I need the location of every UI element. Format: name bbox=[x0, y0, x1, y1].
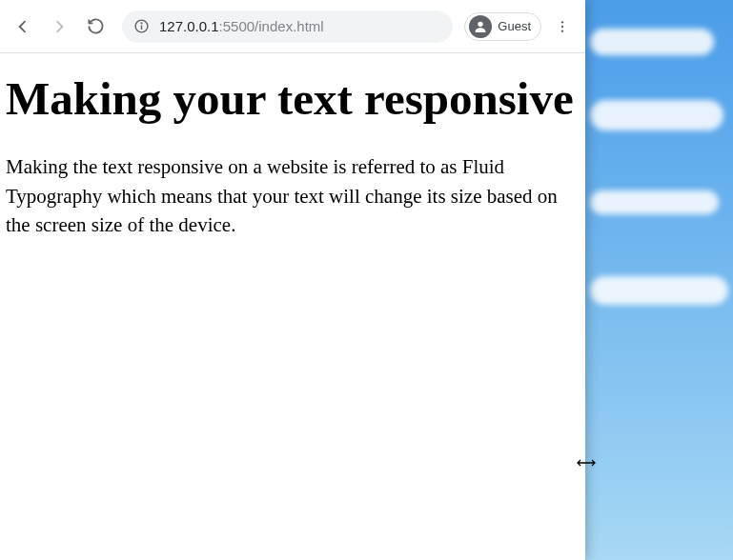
svg-point-6 bbox=[561, 30, 563, 31]
back-icon bbox=[13, 17, 32, 36]
page-content: Making your text responsive Making the t… bbox=[0, 53, 585, 560]
profile-label: Guest bbox=[498, 19, 531, 33]
profile-button[interactable]: Guest bbox=[464, 12, 541, 41]
svg-point-3 bbox=[478, 21, 483, 26]
menu-icon bbox=[555, 19, 570, 34]
menu-button[interactable] bbox=[547, 11, 578, 42]
back-button[interactable] bbox=[8, 11, 38, 42]
desktop-cloud bbox=[590, 190, 719, 214]
info-icon bbox=[133, 18, 150, 34]
forward-icon bbox=[50, 17, 69, 36]
browser-toolbar: 127.0.0.1:5500/index.html Guest bbox=[0, 0, 585, 53]
desktop-cloud bbox=[590, 29, 714, 55]
desktop-cloud bbox=[590, 276, 728, 305]
svg-point-5 bbox=[561, 25, 563, 27]
page-heading: Making your text responsive bbox=[6, 72, 580, 126]
reload-button[interactable] bbox=[80, 11, 111, 42]
forward-button[interactable] bbox=[44, 11, 74, 42]
svg-point-4 bbox=[561, 21, 563, 23]
browser-window: 127.0.0.1:5500/index.html Guest Making y… bbox=[0, 0, 585, 560]
svg-point-2 bbox=[141, 23, 142, 24]
desktop-cloud bbox=[590, 100, 723, 130]
avatar-icon bbox=[469, 15, 492, 38]
page-paragraph: Making the text responsive on a website … bbox=[6, 152, 568, 239]
url-text: 127.0.0.1:5500/index.html bbox=[159, 18, 324, 34]
address-bar[interactable]: 127.0.0.1:5500/index.html bbox=[122, 10, 453, 43]
reload-icon bbox=[87, 17, 105, 35]
